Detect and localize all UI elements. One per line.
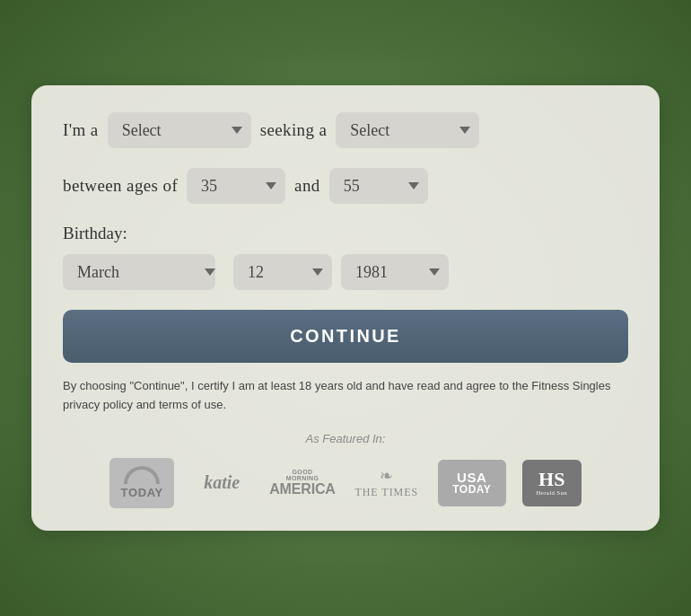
- usa-top-label: USA: [457, 471, 486, 484]
- gender-row: I'm a Select Man Woman seeking a Select …: [63, 112, 628, 148]
- age-min-wrap: 182530354045505560: [187, 168, 285, 204]
- featured-label: As Featured In:: [63, 432, 628, 445]
- times-emblem-icon: ❧: [380, 466, 393, 486]
- gender-select[interactable]: Select Man Woman: [108, 112, 251, 148]
- birth-month-select[interactable]: JanuaryFebruaryMarchAprilMayJuneJulyAugu…: [63, 254, 215, 290]
- ima-label: I'm a: [63, 120, 99, 140]
- birth-year-wrap: 1975197619771978197919801981198219831984…: [341, 254, 449, 290]
- birthday-label: Birthday:: [63, 224, 628, 243]
- logo-gma: GOOD MORNING AMERICA: [269, 469, 336, 497]
- disclaimer-text: By choosing "Continue", I certify I am a…: [63, 377, 628, 413]
- gma-top-label: GOOD: [292, 469, 312, 475]
- gender-select-wrap: Select Man Woman: [108, 112, 251, 148]
- birth-day-wrap: 1234567891011121314151617181920212223242…: [233, 254, 332, 290]
- seeking-select[interactable]: Select Man Woman: [336, 112, 479, 148]
- birthday-row: JanuaryFebruaryMarchAprilMayJuneJulyAugu…: [63, 254, 628, 290]
- gma-mid-label: MORNING: [286, 475, 319, 481]
- logo-today: TODAY: [109, 458, 174, 508]
- hs-sub-label: Herald Sun: [537, 489, 568, 497]
- times-label: THE TIMES: [354, 486, 418, 499]
- logos-row: TODAY katie GOOD MORNING AMERICA ❧ THE T…: [63, 458, 628, 508]
- logo-herald-sun: HS Herald Sun: [522, 460, 582, 506]
- and-label: and: [294, 176, 320, 196]
- hs-main-label: HS: [538, 470, 564, 489]
- main-card: I'm a Select Man Woman seeking a Select …: [31, 85, 660, 530]
- age-max-wrap: 182530354045505560: [329, 168, 428, 204]
- katie-label: katie: [204, 472, 240, 493]
- between-label: between ages of: [63, 176, 178, 196]
- today-arc-icon: [124, 466, 160, 484]
- birth-year-select[interactable]: 1975197619771978197919801981198219831984…: [341, 254, 449, 290]
- seeking-label: seeking a: [260, 120, 328, 140]
- logo-katie: katie: [190, 460, 253, 506]
- logo-usa-today: USA TODAY: [438, 460, 506, 506]
- age-min-select[interactable]: 182530354045505560: [187, 168, 285, 204]
- continue-button[interactable]: CONTINUE: [63, 310, 628, 363]
- birth-day-select[interactable]: 1234567891011121314151617181920212223242…: [233, 254, 332, 290]
- today-label: TODAY: [121, 486, 163, 499]
- age-row: between ages of 182530354045505560 and 1…: [63, 168, 628, 204]
- gma-main-label: AMERICA: [269, 481, 336, 497]
- logo-times: ❧ THE TIMES: [352, 466, 422, 499]
- usa-bottom-label: TODAY: [452, 484, 491, 495]
- age-max-select[interactable]: 182530354045505560: [329, 168, 428, 204]
- birth-month-wrap: JanuaryFebruaryMarchAprilMayJuneJulyAugu…: [63, 254, 224, 290]
- seeking-select-wrap: Select Man Woman: [336, 112, 479, 148]
